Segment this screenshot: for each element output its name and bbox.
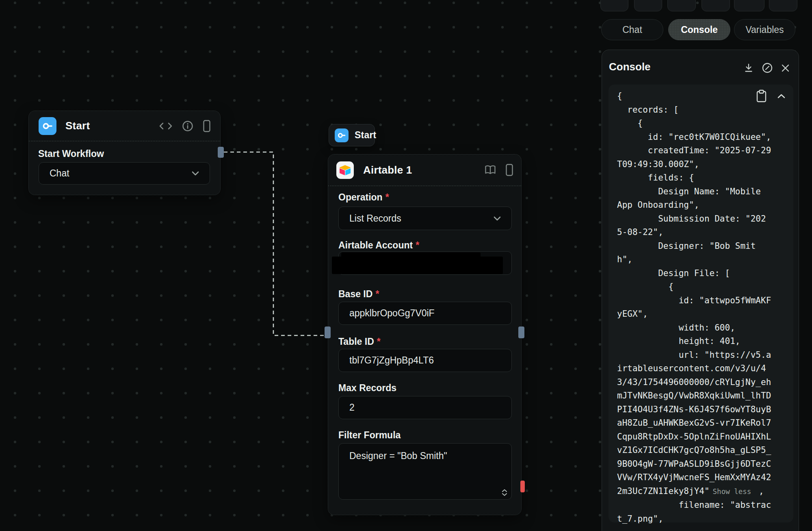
book-icon[interactable] — [485, 165, 496, 175]
table-id-input[interactable]: tbl7G7jZgHpBp4LT6 — [338, 349, 512, 372]
airtable-error-handle[interactable] — [520, 481, 525, 492]
select-value: Chat — [50, 168, 69, 179]
download-icon[interactable] — [744, 63, 754, 73]
filter-formula-textarea[interactable]: Designer = "Bob Smith" — [338, 443, 512, 500]
divider — [29, 141, 220, 141]
textarea-value: Designer = "Bob Smith" — [349, 450, 447, 461]
show-less-link[interactable]: Show less — [713, 487, 751, 496]
phone-icon[interactable] — [203, 120, 210, 132]
select-value: List Records — [349, 213, 401, 224]
console-json-output: { records: [ { id: "rec0tK7W0ICQikuee", … — [617, 89, 771, 526]
mini-start-node[interactable]: Start — [329, 124, 375, 146]
toolbar-button-3[interactable] — [667, 0, 696, 11]
toolbar-button-4[interactable] — [702, 0, 730, 11]
base-id-input[interactable]: appklbrOpoGg7V0iF — [338, 302, 512, 325]
workflow-canvas[interactable]: Start Start Workflow Chat — [0, 0, 812, 531]
toolbar-button-2[interactable] — [634, 0, 662, 11]
chevron-down-icon — [192, 171, 199, 176]
node-title: Start — [65, 120, 90, 132]
start-key-icon — [39, 117, 56, 135]
base-id-label: Base ID* — [338, 289, 379, 300]
node-title: Start — [355, 130, 376, 141]
collapse-icon[interactable] — [777, 94, 785, 98]
max-records-input[interactable]: 2 — [338, 396, 512, 419]
tab-label: Console — [681, 24, 718, 35]
code-icon[interactable] — [159, 122, 172, 130]
start-key-icon — [335, 128, 349, 142]
table-id-label: Table ID* — [338, 336, 381, 347]
airtable-node[interactable]: Airtable 1 Operation* List Records — [328, 154, 522, 515]
console-title: Console — [609, 61, 651, 73]
tab-label: Chat — [622, 24, 642, 35]
filter-formula-label: Filter Formula — [338, 430, 401, 441]
start-workflow-select[interactable]: Chat — [39, 162, 210, 185]
max-records-label: Max Records — [338, 383, 396, 394]
toolbar-button-1[interactable] — [600, 0, 628, 11]
toolbar-button-6[interactable] — [769, 0, 797, 11]
node-title: Airtable 1 — [363, 164, 412, 176]
console-panel: Console — [602, 50, 799, 531]
tab-console[interactable]: Console — [668, 19, 730, 40]
start-workflow-label: Start Workflow — [38, 148, 104, 159]
info-icon[interactable] — [182, 120, 193, 132]
clear-icon[interactable] — [762, 63, 773, 73]
json-text: { records: [ { id: "rec0tK7W0ICQikuee", … — [617, 91, 771, 496]
resize-handle-icon[interactable] — [502, 489, 507, 496]
required-asterisk: * — [385, 192, 389, 202]
tab-variables[interactable]: Variables — [734, 19, 795, 40]
airtable-account-label: Airtable Account* — [338, 240, 419, 251]
input-value: tbl7G7jZgHpBp4LT6 — [349, 355, 434, 366]
required-asterisk: * — [375, 289, 379, 299]
chevron-down-icon — [494, 216, 501, 221]
airtable-output-handle[interactable] — [518, 326, 524, 338]
airtable-logo-icon — [336, 161, 354, 179]
operation-select[interactable]: List Records — [338, 207, 512, 230]
start-output-handle[interactable] — [218, 147, 224, 158]
console-output-card[interactable]: { records: [ { id: "rec0tK7W0ICQikuee", … — [608, 85, 793, 522]
required-asterisk: * — [377, 336, 381, 347]
airtable-input-handle[interactable] — [325, 326, 331, 338]
redaction-overlay — [332, 257, 503, 274]
operation-label: Operation* — [338, 192, 389, 203]
tab-label: Variables — [745, 24, 784, 35]
start-node[interactable]: Start Start Workflow Chat — [28, 111, 221, 195]
toolbar-button-5[interactable] — [734, 0, 764, 11]
redaction-overlay — [341, 252, 481, 259]
input-value: 2 — [349, 402, 355, 413]
divider — [328, 185, 521, 186]
required-asterisk: * — [416, 240, 419, 250]
input-value: appklbrOpoGg7V0iF — [349, 308, 435, 319]
phone-icon[interactable] — [506, 164, 513, 176]
tab-chat[interactable]: Chat — [601, 19, 663, 40]
close-icon[interactable] — [781, 64, 790, 72]
